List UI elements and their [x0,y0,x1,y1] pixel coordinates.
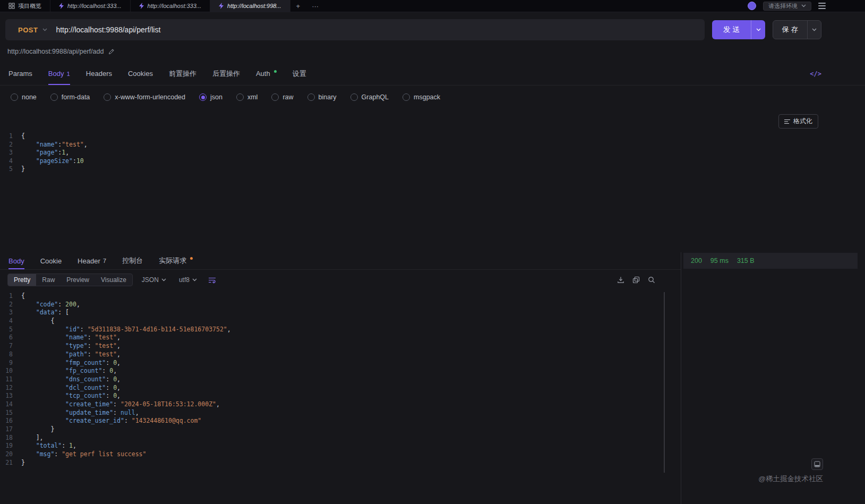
tab-label: Body [48,70,64,78]
tab-label: http://localhost:333... [67,3,122,9]
body-type-none[interactable]: none [11,93,37,101]
response-body-viewer[interactable]: 1{2 "code": 200,3 "data": [4 {5 "id": "5… [0,290,681,504]
toggle-panel-button[interactable] [811,458,823,470]
tab-request-1[interactable]: http://localhost:333... [50,0,131,12]
tab-label: 设置 [293,69,306,79]
request-tabs: Params Body 1 Headers Cookies 前置操作 后置操作 … [0,62,865,86]
tab-headers[interactable]: Headers [86,62,112,85]
request-body-editor[interactable]: 格式化 1{2 "name":"test",3 "page":1,4 "page… [0,109,865,252]
radio-icon [104,93,111,101]
format-button[interactable]: 格式化 [778,114,818,129]
tab-label: Cookies [128,70,153,78]
tab-label: 控制台 [122,256,143,266]
format-select-value: JSON [142,276,159,284]
saved-endpoint-url: http://localhost:9988/api/perf/add [7,48,104,55]
view-raw[interactable]: Raw [36,274,61,286]
format-select[interactable]: JSON [138,276,170,284]
url-input[interactable] [56,25,705,34]
download-icon[interactable] [617,276,624,284]
tab-post-operations[interactable]: 后置操作 [212,62,240,85]
radio-label: msgpack [414,93,440,101]
encoding-select-value: utf8 [179,276,190,284]
tab-response-cookie[interactable]: Cookie [40,252,62,269]
view-mode-segment: Pretty Raw Preview Visualize [7,274,133,286]
encoding-select[interactable]: utf8 [175,276,201,284]
body-type-form-data[interactable]: form-data [50,93,90,101]
body-type-binary[interactable]: binary [307,93,337,101]
avatar[interactable] [748,2,756,10]
more-tabs-button[interactable]: ··· [306,0,324,12]
app-root: 项目概览 http://localhost:333... http://loca… [0,0,865,504]
request-code-editor[interactable]: 1{2 "name":"test",3 "page":1,4 "pageSize… [0,109,865,174]
body-type-x-www-form-urlencoded[interactable]: x-www-form-urlencoded [104,93,185,101]
word-wrap-icon[interactable] [208,277,216,284]
method-select[interactable]: POST [5,26,56,34]
tab-response-body[interactable]: Body [8,252,24,269]
tab-label: 项目概览 [18,2,41,10]
url-box: POST [5,19,705,40]
bolt-icon [219,3,224,9]
body-type-xml[interactable]: xml [236,93,258,101]
environment-selector[interactable]: 请选择环境 [763,2,811,11]
tab-params[interactable]: Params [8,62,32,85]
response-tool-icons [617,276,655,284]
response-tabs: Body Cookie Header 7 控制台 实际请求 [0,252,681,270]
tab-settings[interactable]: 设置 [293,62,306,85]
tab-label: Body [8,257,24,265]
tab-console[interactable]: 控制台 [122,252,143,269]
tab-label: Cookie [40,257,62,265]
response-section: Body Cookie Header 7 控制台 实际请求 Pretty Raw… [0,252,865,504]
edit-icon[interactable] [108,48,115,55]
format-label: 格式化 [793,117,812,126]
tab-body[interactable]: Body 1 [48,62,70,85]
response-status-bar: 200 95 ms 315 B [683,253,858,269]
view-preview[interactable]: Preview [61,274,95,286]
radio-label: none [22,93,37,101]
tab-request-2[interactable]: http://localhost:333... [131,0,211,12]
environment-label: 请选择环境 [768,2,798,10]
chevron-down-icon [42,28,47,31]
code-view-icon[interactable]: </> [810,62,821,85]
tab-pre-operations[interactable]: 前置操作 [169,62,196,85]
auth-status-dot [274,70,277,73]
body-type-row: none form-data x-www-form-urlencoded jso… [0,86,865,109]
save-button[interactable]: 保 存 [773,20,821,39]
tab-label: 前置操作 [169,69,196,79]
tab-cookies[interactable]: Cookies [128,62,153,85]
tab-actual-request[interactable]: 实际请求 [159,252,193,269]
view-visualize[interactable]: Visualize [95,274,132,286]
radio-label: xml [247,93,258,101]
body-type-json[interactable]: json [199,93,222,101]
body-type-raw[interactable]: raw [271,93,293,101]
tab-project-overview[interactable]: 项目概览 [0,0,50,12]
radio-icon [236,93,244,101]
radio-icon [402,93,410,101]
radio-icon [11,93,18,101]
send-button[interactable]: 发 送 [712,20,765,39]
actual-request-dot [190,257,193,260]
new-tab-button[interactable]: + [290,0,306,12]
view-pretty[interactable]: Pretty [8,274,36,286]
grid-icon [8,3,15,9]
menu-icon[interactable] [818,3,826,9]
save-options-caret[interactable] [807,21,821,39]
scrollbar[interactable] [664,292,665,473]
body-type-graphql[interactable]: GraphQL [350,93,389,101]
radio-icon [199,93,207,101]
radio-icon [307,93,315,101]
radio-icon [50,93,58,101]
tab-label: Auth [256,70,270,78]
tab-response-header[interactable]: Header 7 [78,252,106,269]
copy-icon[interactable] [632,276,640,284]
saved-endpoint-row: http://localhost:9988/api/perf/add [0,44,865,62]
body-type-msgpack[interactable]: msgpack [402,93,440,101]
status-code: 200 [691,257,702,264]
tab-auth[interactable]: Auth [256,62,277,85]
tab-request-3-active[interactable]: http://localhost:998... [210,0,290,12]
tab-label: http://localhost:333... [148,3,202,9]
send-options-caret[interactable] [751,20,765,39]
tab-count-badge: 7 [103,258,106,264]
search-icon[interactable] [648,276,655,284]
response-time: 95 ms [710,257,729,264]
radio-label: json [210,93,222,101]
